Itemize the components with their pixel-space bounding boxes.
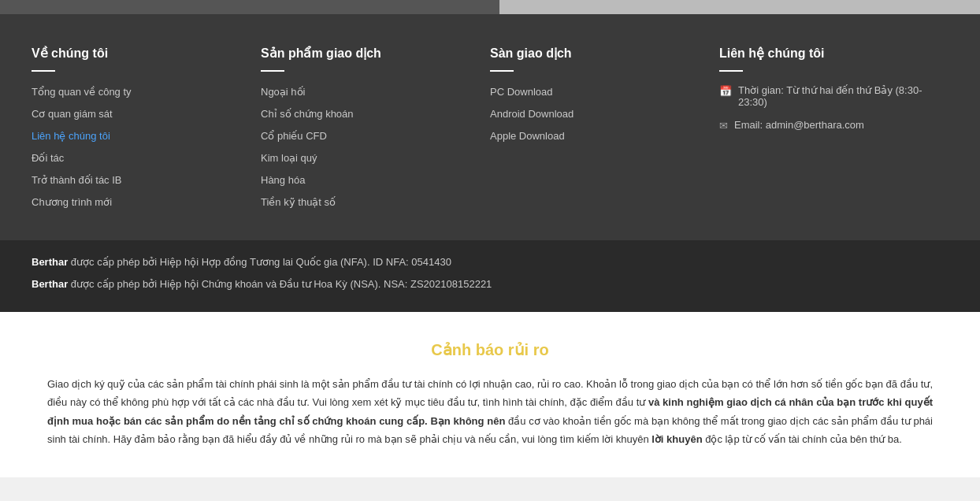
list-item: Ngoại hối <box>261 84 474 98</box>
footer-col1-links: Tổng quan về công ty Cơ quan giám sát Li… <box>32 84 245 209</box>
license-line-2: Berthar được cấp phép bởi Hiệp hội Chứng… <box>32 276 948 292</box>
list-item: Trở thành đối tác IB <box>32 173 245 187</box>
link-doi-tac[interactable]: Đối tác <box>32 152 64 164</box>
license-text-2: được cấp phép bởi Hiệp hội Chứng khoán v… <box>68 278 492 290</box>
footer-col1-title: Về chúng tôi <box>32 46 245 61</box>
top-image-strip <box>0 0 980 14</box>
contact-time: 📅 Thời gian: Từ thứ hai đến thứ Bảy (8:3… <box>719 84 933 108</box>
license-bar: Berthar được cấp phép bởi Hiệp hội Hợp đ… <box>0 240 980 312</box>
contact-email: ✉ Email: admin@berthara.com <box>719 119 933 132</box>
list-item: PC Download <box>490 84 703 98</box>
brand-name-1: Berthar <box>32 256 68 268</box>
footer-col4-title: Liên hệ chúng tôi <box>719 46 933 61</box>
link-ngoai-hoi[interactable]: Ngoại hối <box>261 86 305 98</box>
link-lien-he[interactable]: Liên hệ chúng tôi <box>32 130 110 142</box>
risk-warning-text: Giao dịch ký quỹ của các sản phẩm tài ch… <box>47 375 933 449</box>
footer-col3-title: Sàn giao dịch <box>490 46 703 61</box>
list-item: Apple Download <box>490 128 703 143</box>
link-chi-so[interactable]: Chỉ số chứng khoán <box>261 108 354 120</box>
list-item: Cổ phiếu CFD <box>261 128 474 143</box>
list-item: Đối tác <box>32 150 245 165</box>
contact-time-text: Thời gian: Từ thứ hai đến thứ Bảy (8:30-… <box>738 84 933 108</box>
footer-col3-divider <box>490 70 514 72</box>
link-co-phieu[interactable]: Cổ phiếu CFD <box>261 130 327 142</box>
footer-main: Về chúng tôi Tổng quan về công ty Cơ qua… <box>0 14 980 240</box>
link-hang-hoa[interactable]: Hàng hóa <box>261 174 305 186</box>
footer-col4-divider <box>719 70 743 72</box>
risk-warning-title: Cảnh báo rủi ro <box>47 340 933 359</box>
link-kim-loai[interactable]: Kim loại quý <box>261 152 317 164</box>
list-item: Chỉ số chứng khoán <box>261 106 474 121</box>
link-android-download[interactable]: Android Download <box>490 108 574 120</box>
link-apple-download[interactable]: Apple Download <box>490 130 565 142</box>
footer-col-contact: Liên hệ chúng tôi 📅 Thời gian: Từ thứ ha… <box>719 46 948 217</box>
list-item: Liên hệ chúng tôi <box>32 128 245 143</box>
calendar-icon: 📅 <box>719 85 732 97</box>
footer-col2-divider <box>261 70 284 72</box>
list-item: Kim loại quý <box>261 150 474 165</box>
link-pc-download[interactable]: PC Download <box>490 86 553 98</box>
footer-col2-links: Ngoại hối Chỉ số chứng khoán Cổ phiếu CF… <box>261 84 474 209</box>
footer-col-about: Về chúng tôi Tổng quan về công ty Cơ qua… <box>32 46 261 217</box>
link-tien-ky-thuat[interactable]: Tiền kỹ thuật số <box>261 196 336 208</box>
link-tro-thanh[interactable]: Trở thành đối tác IB <box>32 174 122 186</box>
brand-name-2: Berthar <box>32 278 68 290</box>
risk-text-part4: độc lập từ cố vấn tài chính của bên thứ … <box>703 433 902 445</box>
link-tong-quan[interactable]: Tổng quan về công ty <box>32 86 132 98</box>
email-icon: ✉ <box>719 120 728 132</box>
footer-col-exchange: Sàn giao dịch PC Download Android Downlo… <box>490 46 719 217</box>
risk-text-part3: lời khuyên <box>649 433 703 445</box>
footer-col3-links: PC Download Android Download Apple Downl… <box>490 84 703 143</box>
link-chuong-trinh[interactable]: Chương trình mới <box>32 196 112 208</box>
top-image-right <box>499 0 980 14</box>
list-item: Tổng quan về công ty <box>32 84 245 98</box>
footer-col-products: Sản phẩm giao dịch Ngoại hối Chỉ số chứn… <box>261 46 490 217</box>
risk-warning-section: Cảnh báo rủi ro Giao dịch ký quỹ của các… <box>0 312 980 477</box>
list-item: Chương trình mới <box>32 195 245 209</box>
license-text-1: được cấp phép bởi Hiệp hội Hợp đồng Tươn… <box>68 256 451 268</box>
list-item: Hàng hóa <box>261 173 474 187</box>
link-co-quan[interactable]: Cơ quan giám sát <box>32 108 113 120</box>
license-line-1: Berthar được cấp phép bởi Hiệp hội Hợp đ… <box>32 254 948 270</box>
footer-col2-title: Sản phẩm giao dịch <box>261 46 474 61</box>
bottom-bar <box>0 477 980 485</box>
list-item: Android Download <box>490 106 703 121</box>
top-image-left <box>0 0 499 14</box>
list-item: Tiền kỹ thuật số <box>261 195 474 209</box>
footer-col1-divider <box>32 70 55 72</box>
contact-email-text: Email: admin@berthara.com <box>734 119 864 131</box>
list-item: Cơ quan giám sát <box>32 106 245 121</box>
